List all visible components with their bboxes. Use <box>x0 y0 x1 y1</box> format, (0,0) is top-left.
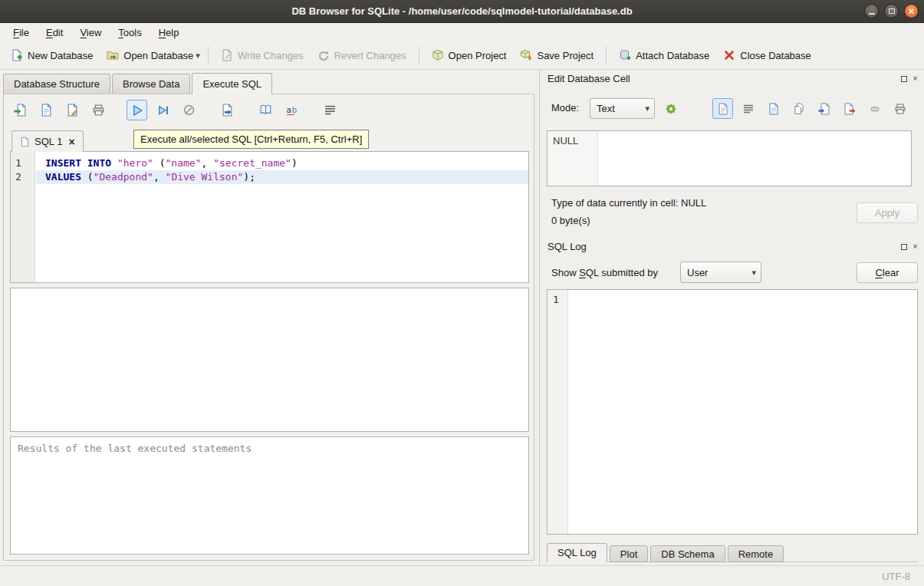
save-sql-file-as-button[interactable] <box>62 100 83 120</box>
main-tab-bar: Database Structure Browse Data Execute S… <box>3 73 274 94</box>
main-toolbar: New Database Open Database ▾ Write Chang… <box>0 41 924 70</box>
word-wrap-button[interactable] <box>320 100 340 120</box>
minimize-button[interactable] <box>864 4 879 18</box>
menu-file[interactable]: File <box>5 25 38 41</box>
sql-token: "hero" <box>117 157 153 169</box>
open-reference-button[interactable] <box>255 100 276 120</box>
maximize-button[interactable] <box>884 4 899 18</box>
print-cell-button[interactable] <box>889 98 910 119</box>
menu-help[interactable]: Help <box>150 25 188 41</box>
results-message-area: Results of the last executed statements <box>10 436 529 555</box>
print-icon <box>92 104 105 117</box>
sql-token: VALUES <box>45 171 81 183</box>
write-changes-button: Write Changes <box>214 45 311 65</box>
sql-token <box>111 157 117 169</box>
mode-label: Mode: <box>551 102 579 114</box>
cell-editor-toolbar <box>712 98 910 119</box>
sql-token: ) <box>291 157 298 169</box>
text-view-button[interactable] <box>712 98 733 119</box>
import-icon <box>818 103 830 115</box>
menu-view[interactable]: View <box>71 25 110 41</box>
set-null-button[interactable] <box>864 98 885 119</box>
tab-db-schema[interactable]: DB Schema <box>650 545 725 562</box>
attach-database-icon <box>619 49 631 61</box>
open-sql-file-button[interactable] <box>10 100 31 120</box>
gear-icon <box>665 103 677 115</box>
window-controls: × <box>864 4 919 18</box>
save-project-button[interactable]: Save Project <box>513 45 600 65</box>
mode-select[interactable]: Text ▾ <box>590 98 655 119</box>
sql-token: , <box>202 157 214 169</box>
encoding-indicator[interactable]: UTF-8 <box>882 571 910 582</box>
titlebar: DB Browser for SQLite - /home/user/code/… <box>0 0 924 23</box>
close-panel-icon[interactable]: × <box>911 242 919 251</box>
format-sql-button[interactable]: ab <box>281 100 302 120</box>
sql-token: "secret_name" <box>213 157 291 169</box>
svg-text:b: b <box>292 105 298 115</box>
sql-log-panel-title: SQL Log <box>547 241 587 252</box>
menu-edit[interactable]: Edit <box>38 25 71 41</box>
log-filter-select[interactable]: User ▾ <box>680 262 761 283</box>
sql-log-panel-controls: × <box>899 242 919 251</box>
close-button[interactable]: × <box>904 4 919 18</box>
word-wrap-cell-button[interactable] <box>738 98 758 119</box>
close-database-icon <box>723 49 735 61</box>
execute-all-button[interactable] <box>127 100 147 120</box>
tab-sql-log[interactable]: SQL Log <box>547 543 607 562</box>
tab-browse-data[interactable]: Browse Data <box>112 74 190 94</box>
apply-button: Apply <box>857 202 918 223</box>
write-changes-icon <box>221 49 233 61</box>
attach-database-button[interactable]: Attach Database <box>612 45 716 65</box>
open-database-button[interactable]: Open Database <box>100 45 200 65</box>
log-filter-label: Show SQL submitted by <box>551 267 658 278</box>
tab-execute-sql[interactable]: Execute SQL <box>192 73 272 94</box>
sql-log-view[interactable]: 1 <box>547 289 918 535</box>
toolbar-separator <box>419 46 419 64</box>
execute-current-line-button[interactable] <box>153 100 173 120</box>
tab-remote[interactable]: Remote <box>728 545 784 562</box>
text-document-icon <box>717 103 729 115</box>
save-sql-file-as-icon <box>66 104 79 117</box>
revert-changes-icon <box>317 49 330 61</box>
line-number: 1 <box>11 156 35 170</box>
new-database-button[interactable]: New Database <box>4 45 100 65</box>
menubar: File Edit View Tools Help <box>0 23 924 41</box>
cell-value: NULL <box>547 131 598 186</box>
close-panel-icon[interactable]: × <box>911 74 919 83</box>
window-title: DB Browser for SQLite - /home/user/code/… <box>92 5 832 17</box>
float-panel-icon[interactable] <box>899 242 908 251</box>
close-database-button[interactable]: Close Database <box>716 45 818 65</box>
copy-icon <box>793 103 805 115</box>
results-placeholder: Results of the last executed statements <box>18 443 252 454</box>
minimize-icon <box>869 13 875 15</box>
menu-tools[interactable]: Tools <box>110 25 150 41</box>
open-project-button[interactable]: Open Project <box>425 45 514 65</box>
new-database-icon <box>11 49 23 61</box>
auto-switch-mode-button[interactable] <box>659 98 682 119</box>
editor-code-area[interactable]: INSERT INTO "hero" ("name", "secret_name… <box>36 152 528 282</box>
close-tab-icon[interactable]: × <box>68 136 74 148</box>
json-view-button[interactable] <box>763 98 784 119</box>
sql-document-tab[interactable]: SQL 1 × <box>12 130 84 152</box>
chevron-down-icon: ▾ <box>751 268 756 278</box>
print-icon <box>894 103 906 115</box>
tab-database-structure[interactable]: Database Structure <box>3 74 110 94</box>
export-sql-button[interactable] <box>217 100 238 120</box>
save-project-icon <box>520 49 532 61</box>
print-sql-button[interactable] <box>88 100 109 120</box>
revert-changes-button: Revert Changes <box>311 45 413 65</box>
save-sql-file-button[interactable] <box>36 100 57 120</box>
execute-sql-panel: ab SQL 1 × 1 2 INSERT INTO "hero" ("name… <box>3 94 534 561</box>
import-cell-data-button[interactable] <box>814 98 834 119</box>
log-filter-value: User <box>687 267 708 278</box>
open-database-dropdown[interactable]: ▾ <box>196 47 202 64</box>
copy-cell-button[interactable] <box>788 98 809 119</box>
execute-all-icon <box>130 104 143 117</box>
sql-token: INSERT INTO <box>45 157 111 169</box>
clear-log-button[interactable]: Clear <box>857 262 918 283</box>
sql-editor[interactable]: 1 2 INSERT INTO "hero" ("name", "secret_… <box>10 151 529 283</box>
tab-plot[interactable]: Plot <box>610 545 648 562</box>
float-panel-icon[interactable] <box>899 74 908 83</box>
cell-value-editor[interactable]: NULL <box>547 130 912 186</box>
export-cell-data-button[interactable] <box>839 98 860 119</box>
